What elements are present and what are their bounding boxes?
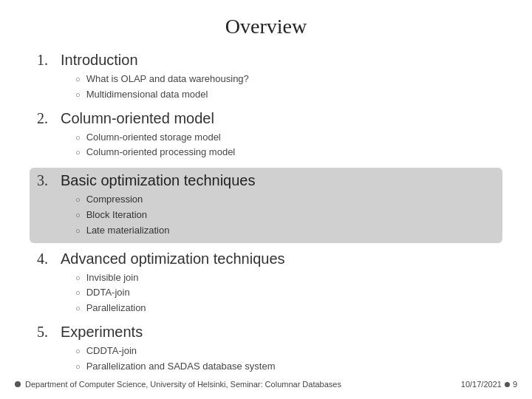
section-2-header: 2. Column-oriented model: [37, 110, 495, 127]
list-item: Late materialization: [75, 223, 495, 239]
section-2-title: Column-oriented model: [61, 110, 214, 127]
footer-page-dot-icon: [505, 382, 510, 387]
section-1-header: 1. Introduction: [37, 52, 495, 69]
list-item: Parallelization and SADAS database syste…: [75, 359, 495, 375]
section-1-number: 1.: [37, 52, 53, 69]
footer-date: 10/17/2021: [461, 380, 502, 389]
list-item: Column-oriented processing model: [75, 145, 495, 160]
section-1: 1. Introduction What is OLAP and data wa…: [37, 52, 495, 103]
section-3: 3. Basic optimization techniques Compres…: [30, 168, 502, 242]
footer: Department of Computer Science, Universi…: [0, 380, 532, 389]
section-5: 5. Experiments CDDTA-join Parallelizatio…: [37, 324, 495, 375]
section-4-number: 4.: [37, 250, 53, 267]
section-4: 4. Advanced optimization techniques Invi…: [37, 250, 495, 316]
section-1-bullets: What is OLAP and data warehousing? Multi…: [75, 72, 495, 103]
list-item: Invisible join: [75, 270, 495, 286]
list-item: Column-oriented storage model: [75, 130, 495, 146]
section-4-title: Advanced optimization techniques: [61, 250, 285, 267]
section-1-title: Introduction: [61, 52, 138, 69]
section-2-bullets: Column-oriented storage model Column-ori…: [75, 130, 495, 161]
section-5-bullets: CDDTA-join Parallelization and SADAS dat…: [75, 344, 495, 375]
footer-institution: Department of Computer Science, Universi…: [25, 380, 341, 389]
list-item: DDTA-join: [75, 285, 495, 301]
footer-left: Department of Computer Science, Universi…: [15, 380, 341, 389]
section-4-bullets: Invisible join DDTA-join Parallelization: [75, 270, 495, 316]
section-2: 2. Column-oriented model Column-oriented…: [37, 110, 495, 161]
list-item: Block Iteration: [75, 208, 495, 223]
section-3-bullets: Compression Block Iteration Late materia…: [75, 192, 495, 238]
section-3-header: 3. Basic optimization techniques: [37, 172, 495, 189]
slide-title: Overview: [37, 15, 495, 38]
list-item: Parallelization: [75, 301, 495, 316]
section-5-number: 5.: [37, 324, 53, 341]
slide: Overview 1. Introduction What is OLAP an…: [0, 0, 532, 399]
section-3-title: Basic optimization techniques: [61, 172, 255, 189]
section-5-header: 5. Experiments: [37, 324, 495, 341]
list-item: Multidimensional data model: [75, 87, 495, 103]
footer-page-number: 9: [513, 380, 517, 389]
list-item: Compression: [75, 192, 495, 208]
section-4-header: 4. Advanced optimization techniques: [37, 250, 495, 267]
list-item: CDDTA-join: [75, 344, 495, 359]
section-5-title: Experiments: [61, 324, 143, 341]
section-2-number: 2.: [37, 110, 53, 127]
footer-dot-icon: [15, 381, 21, 387]
list-item: What is OLAP and data warehousing?: [75, 72, 495, 87]
section-3-number: 3.: [37, 172, 53, 189]
footer-right: 10/17/2021 9: [461, 380, 517, 389]
